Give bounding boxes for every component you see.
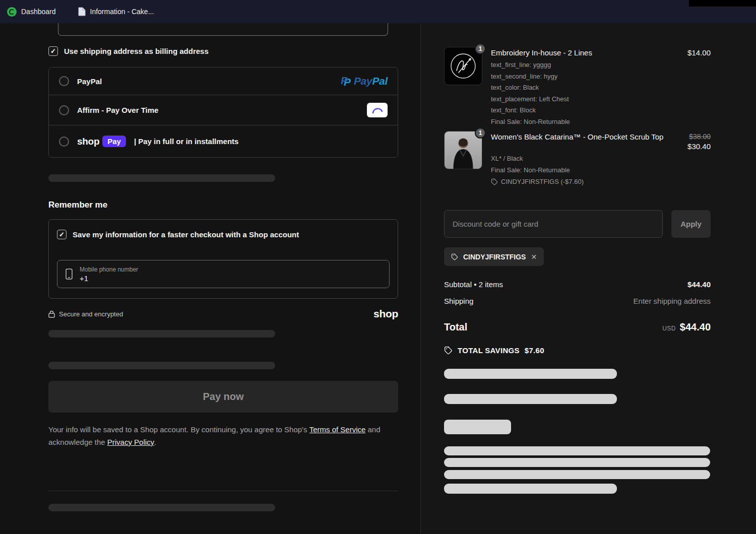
remember-me-heading: Remember me: [48, 200, 398, 210]
product-price: $14.00: [687, 48, 711, 57]
terms-of-service-link[interactable]: Terms of Service: [309, 425, 366, 434]
lock-icon: [48, 310, 55, 318]
skeleton-bar: [48, 174, 275, 182]
skeleton-bar: [444, 420, 511, 434]
property-line: text_font: Block: [491, 105, 711, 116]
discount-row: Apply: [444, 210, 711, 238]
property-line: Final Sale: Non-Returnable: [491, 116, 711, 128]
currency-code: USD: [662, 325, 676, 332]
item-discount-line: CINDYJFIRSTFIGS (-$7.60): [491, 177, 711, 186]
total-row: Total USD $44.40: [444, 321, 711, 333]
order-summary: 1 Embroidery In-house - 2 Lines $14.00 t…: [421, 23, 756, 534]
file-icon: [78, 7, 86, 16]
dashboard-favicon-icon: [7, 7, 17, 17]
pay-now-button[interactable]: Pay now: [48, 381, 398, 413]
product-title: Women's Black Catarina™ - One-Pocket Scr…: [491, 132, 663, 151]
property-line: text_color: Black: [491, 82, 711, 94]
paypal-logo-icon: P P PayPal: [341, 75, 388, 88]
shop-account-box: ✓ Save my information for a faster check…: [48, 219, 398, 299]
quantity-badge: 1: [475, 43, 486, 54]
quantity-badge: 1: [475, 127, 486, 139]
product-original-price: $38.00: [689, 132, 711, 141]
shipping-label: Shipping: [444, 297, 473, 305]
payment-option-paypal[interactable]: PayPal P P PayPal: [49, 68, 398, 95]
tag-icon: [444, 346, 453, 355]
skeleton-bar: [444, 470, 710, 479]
window-corner: [689, 0, 756, 7]
apply-button[interactable]: Apply: [671, 210, 711, 238]
skeleton-bar: [48, 504, 275, 511]
payment-option-shop-pay[interactable]: shop Pay | Pay in full or in installment…: [49, 125, 398, 157]
shop-pay-logo-icon: shop: [77, 136, 99, 147]
affirm-label: Affirm - Pay Over Time: [77, 106, 158, 114]
subtotal-label: Subtotal • 2 items: [444, 280, 503, 289]
total-value: $44.40: [680, 321, 711, 333]
property-line: text_first_line: ygggg: [491, 59, 711, 71]
subtotal-value: $44.40: [687, 280, 711, 289]
skeleton-bar: [48, 330, 275, 338]
shipping-row: Shipping Enter shipping address: [444, 297, 711, 305]
save-info-checkbox-row[interactable]: ✓ Save my information for a faster check…: [57, 229, 390, 240]
radio-icon[interactable]: [59, 137, 69, 147]
truncated-input-field[interactable]: [58, 23, 388, 36]
payment-option-affirm[interactable]: Affirm - Pay Over Time: [49, 95, 398, 125]
remove-discount-icon[interactable]: ✕: [531, 253, 537, 261]
terms-after: .: [154, 438, 156, 446]
phone-field-label: Mobile phone number: [80, 266, 138, 273]
product-thumbnail: 1: [444, 131, 482, 169]
tab-dashboard[interactable]: Dashboard: [21, 8, 56, 16]
checkout-form-column: ✓ Use shipping address as billing addres…: [0, 23, 421, 534]
item-discount-code: CINDYJFIRSTFIGS (-$7.60): [501, 177, 584, 186]
secure-label: Secure and encrypted: [59, 310, 123, 318]
savings-label: TOTAL SAVINGS: [458, 346, 520, 355]
skeleton-bar: [444, 369, 617, 379]
terms-before: Your info will be saved to a Shop accoun…: [48, 425, 309, 434]
total-label: Total: [444, 321, 467, 333]
property-line: text_second_line: hygy: [491, 71, 711, 83]
secure-row: Secure and encrypted shop: [48, 307, 398, 321]
savings-value: $7.60: [525, 346, 544, 355]
applied-discount-chip[interactable]: CINDYJFIRSTFIGS ✕: [444, 247, 544, 266]
tag-icon: [491, 178, 498, 185]
skeleton-bar: [444, 394, 617, 404]
product-variant: XL* / Black: [491, 153, 711, 165]
tag-icon: [451, 253, 458, 260]
product-price: $30.40: [687, 142, 711, 151]
radio-icon[interactable]: [59, 76, 69, 86]
checkout-page: ✓ Use shipping address as billing addres…: [0, 23, 756, 534]
phone-field-value: +1: [80, 274, 138, 283]
privacy-policy-link[interactable]: Privacy Policy: [107, 438, 154, 446]
affirm-logo-icon: [367, 103, 388, 117]
topbar: Dashboard Information - Cake...: [0, 0, 756, 23]
discount-code-input[interactable]: [444, 210, 663, 238]
billing-address-checkbox-row[interactable]: ✓ Use shipping address as billing addres…: [48, 45, 398, 56]
phone-input[interactable]: Mobile phone number +1: [57, 260, 390, 288]
cart-item-scrub-top: 1 Women's Black Catarina™ - One-Pocket S…: [444, 131, 711, 186]
skeleton-bar: [444, 446, 710, 455]
divider: [48, 491, 398, 491]
subtotal-row: Subtotal • 2 items $44.40: [444, 280, 711, 289]
product-thumbnail: 1: [444, 47, 482, 85]
skeleton-bar: [48, 362, 275, 369]
product-properties: text_first_line: ygggg text_second_line:…: [491, 59, 711, 127]
final-sale-note: Final Sale: Non-Returnable: [491, 165, 711, 176]
radio-icon[interactable]: [59, 105, 69, 115]
shop-logo: shop: [373, 308, 398, 320]
phone-icon: [66, 269, 73, 280]
applied-code-label: CINDYJFIRSTFIGS: [463, 253, 526, 261]
save-info-label: Save my information for a faster checkou…: [73, 230, 299, 239]
terms-text: Your info will be saved to a Shop accoun…: [48, 423, 398, 448]
product-title: Embroidery In-house - 2 Lines: [491, 48, 592, 57]
shop-pay-badge-icon: Pay: [102, 136, 126, 147]
payment-methods-list: PayPal P P PayPal Affirm - Pay Over T: [48, 67, 398, 158]
skeleton-bar: [444, 484, 617, 494]
tab-checkout[interactable]: Information - Cake...: [90, 8, 154, 16]
total-savings-row: TOTAL SAVINGS $7.60: [444, 346, 711, 355]
checkbox-checked-icon[interactable]: ✓: [57, 230, 67, 239]
checkbox-checked-icon[interactable]: ✓: [48, 46, 58, 56]
billing-checkbox-label: Use shipping address as billing address: [64, 47, 209, 55]
cart-item-embroidery: 1 Embroidery In-house - 2 Lines $14.00 t…: [444, 47, 711, 127]
property-line: text_placement: Left Chest: [491, 94, 711, 105]
shipping-value: Enter shipping address: [634, 297, 711, 305]
shop-pay-label: | Pay in full or in installments: [134, 137, 239, 146]
